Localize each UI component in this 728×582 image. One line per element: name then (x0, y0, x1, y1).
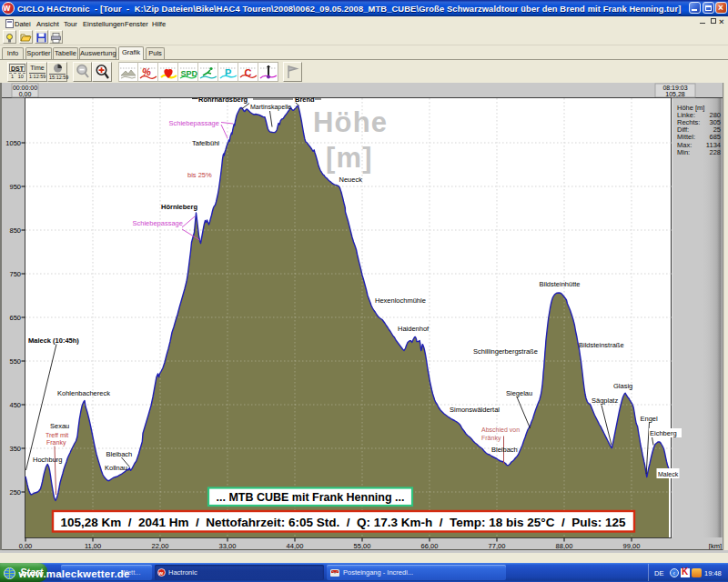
svg-text:w: w (158, 570, 164, 576)
svg-text:Schiebepassage: Schiebepassage (169, 119, 219, 127)
svg-text:Glasig: Glasig (613, 382, 632, 390)
svg-text:0,00: 0,00 (19, 542, 33, 550)
svg-text:350: 350 (9, 445, 21, 453)
svg-text:Franky: Franky (46, 439, 66, 447)
svg-text:Haidenhof: Haidenhof (398, 325, 430, 333)
svg-text:450: 450 (9, 401, 21, 409)
svg-text:Fränky: Fränky (481, 435, 501, 442)
svg-text:Kohlenbachereck: Kohlenbachereck (57, 389, 110, 397)
svg-text:Neueck: Neueck (339, 176, 363, 184)
svg-text:Bildsteinstraße: Bildsteinstraße (579, 341, 624, 349)
svg-text:Sägplatz: Sägplatz (592, 396, 618, 405)
svg-text:Rohrhardsberg: Rohrhardsberg (198, 95, 248, 104)
svg-text:Kollnau: Kollnau (105, 464, 127, 472)
svg-text:55,00: 55,00 (354, 542, 371, 550)
svg-text:66,00: 66,00 (421, 542, 439, 550)
svg-text:Bildsteinhütte: Bildsteinhütte (540, 280, 581, 288)
svg-text:Hörnleberg: Hörnleberg (161, 203, 197, 211)
svg-text:750: 750 (9, 270, 21, 278)
svg-text:Schiebepassage: Schiebepassage (133, 219, 183, 227)
svg-text:0,00: 0,00 (19, 91, 32, 97)
svg-text:bis 25%: bis 25% (187, 171, 212, 179)
svg-text:650: 650 (9, 314, 21, 322)
svg-text:850: 850 (9, 226, 21, 235)
svg-text:Maleck (10:45h): Maleck (10:45h) (28, 336, 79, 345)
svg-text:22,00: 22,00 (152, 542, 169, 550)
svg-text:99,00: 99,00 (623, 542, 641, 550)
svg-text:Bleibach: Bleibach (106, 450, 133, 458)
svg-text:950: 950 (9, 183, 21, 191)
svg-text:33,00: 33,00 (219, 542, 237, 550)
svg-text:Maleck: Maleck (658, 471, 679, 477)
svg-text:Brend: Brend (295, 95, 315, 104)
svg-text:88,00: 88,00 (556, 542, 573, 550)
svg-text:Bleibach: Bleibach (491, 446, 518, 454)
svg-text:Höhe: Höhe (313, 106, 388, 138)
svg-text:00:00:00: 00:00:00 (13, 85, 37, 91)
svg-text:08:19:03: 08:19:03 (662, 85, 687, 91)
svg-text:250: 250 (9, 488, 21, 497)
svg-text:77,00: 77,00 (489, 542, 506, 550)
svg-text:11,00: 11,00 (85, 542, 101, 550)
svg-text:Siegelau: Siegelau (506, 389, 532, 397)
svg-text:Martinskapelle: Martinskapelle (250, 104, 291, 111)
svg-text:[m]: [m] (326, 142, 373, 174)
svg-text:Min:: Min: (677, 148, 690, 156)
svg-text:Eichberg: Eichberg (650, 429, 677, 437)
svg-text:105,28 Km / 2041 Hm / Nett: 105,28 Km / 2041 Hm / Nettofahrzeit: 6:0… (60, 516, 626, 529)
svg-text:105,28: 105,28 (665, 91, 685, 97)
svg-text:Tafelbühl: Tafelbühl (192, 139, 219, 147)
svg-text:%: % (142, 66, 151, 77)
svg-text:Hochburg: Hochburg (33, 456, 63, 464)
svg-text:... MTB CUBE mit Frank Henning: ... MTB CUBE mit Frank Henning ... (217, 491, 405, 504)
svg-text:Hexenlochmühle: Hexenlochmühle (375, 296, 426, 305)
svg-text:Abschied von: Abschied von (481, 426, 520, 433)
svg-text:550: 550 (9, 357, 21, 366)
svg-text:Schillingerbergstraße: Schillingerbergstraße (473, 347, 538, 356)
svg-text:44,00: 44,00 (287, 542, 304, 550)
svg-text:Sexau: Sexau (50, 422, 69, 430)
svg-text:[km]: [km] (709, 542, 722, 550)
svg-text:Treff mit: Treff mit (46, 432, 68, 438)
svg-text:Simonswäldertal: Simonswäldertal (450, 406, 500, 414)
svg-text:Engel: Engel (641, 415, 659, 423)
svg-text:228: 228 (709, 148, 721, 156)
svg-text:1050: 1050 (5, 139, 21, 147)
